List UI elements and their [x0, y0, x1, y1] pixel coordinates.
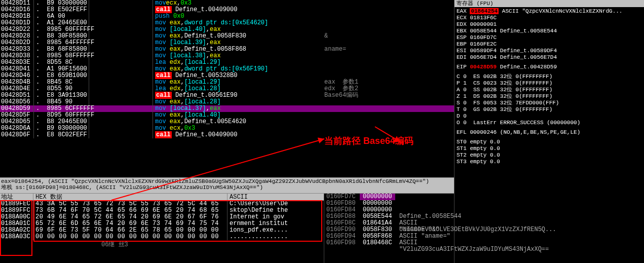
- registers-panel[interactable]: EAX 01864254 ASCII "QzpcVXNlcnNcVXNlclxE…: [454, 7, 644, 166]
- hex-hdr-addr: 地址: [0, 194, 33, 200]
- stack-row[interactable]: 0160FD7C00000000: [324, 194, 556, 200]
- stack-panel[interactable]: 0160FD7C000000000160FD80000000000160FD84…: [324, 194, 556, 263]
- stack-row[interactable]: 0160FD8C018641A4ASCII "cname=V0lOLVE3OEt…: [324, 220, 556, 227]
- hex-hdr-ascii: ASCII: [228, 194, 324, 200]
- hex-hdr-bytes: HEX 数据: [33, 194, 228, 200]
- hex-dump-panel[interactable]: 地址 HEX 数据 ASCII 01889FEC43 3A 5C 55 73 6…: [0, 194, 324, 263]
- hex-header: 地址 HEX 数据 ASCII: [0, 194, 324, 201]
- stack-row[interactable]: 0160FD8000000000: [324, 200, 556, 207]
- disassembly-panel[interactable]: 00428D11. B9 03000000movecx,0x300428D16.…: [0, 0, 454, 177]
- info-line1: eax=01864254, (ASCII "QzpcVXNlcnNcVXNlcl…: [1, 178, 453, 184]
- hex-row[interactable]: 0188A03C00 00 00 00 00 00 00 00 00 00 00…: [0, 234, 324, 240]
- disasm-row[interactable]: 00428D6F. E8 8C02FEFFcall Define_t.00409…: [0, 132, 454, 138]
- stack-row[interactable]: 0160FD940058F868ASCII "aname=": [324, 233, 556, 240]
- hex-footer: 06继 丝3: [0, 240, 324, 249]
- stack-row[interactable]: 0160FD980180468CASCII "V2luZG93cuA3IFtWZ…: [324, 240, 556, 246]
- stack-row[interactable]: 0160FD880058E544Define_t.0058E544: [324, 213, 556, 220]
- info-line2: 堆栈 ss:[0160FD98]=0180468C, (ASCII "V2luZ…: [1, 184, 453, 191]
- disasm-row[interactable]: 00428D16. E8 E502FEFFcall Define_t.00409…: [0, 7, 454, 13]
- info-bar: eax=01864254, (ASCII "QzpcVXNlcnNcVXNlcl…: [0, 177, 454, 194]
- registers-title: 寄存器 (FPU): [454, 0, 644, 7]
